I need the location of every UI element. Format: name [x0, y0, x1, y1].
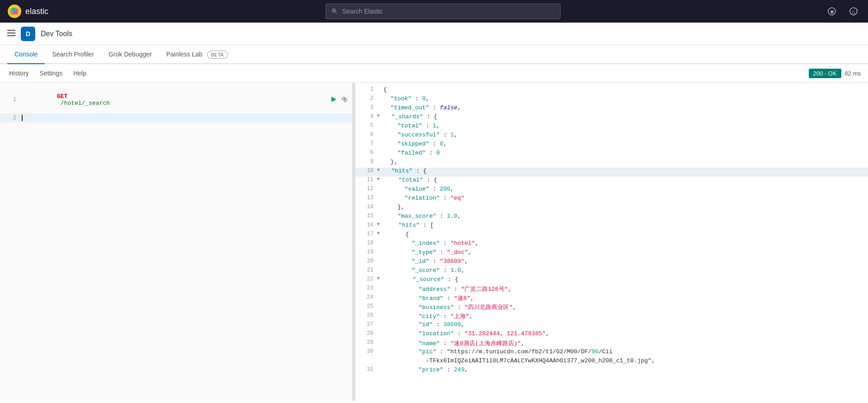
- user-avatar-icon[interactable]: △: [846, 4, 861, 19]
- svg-marker-12: [331, 97, 336, 102]
- collapse-arrow[interactable]: ▼: [377, 168, 383, 173]
- resp-code: "skipped" : 0,: [383, 141, 864, 147]
- resp-line-number: 7: [359, 141, 373, 147]
- resp-line-number: 11: [359, 177, 373, 183]
- resp-code: "location" : "31.282444, 121.479385",: [383, 330, 864, 337]
- collapse-arrow[interactable]: ▼: [377, 177, 383, 182]
- copy-button[interactable]: [340, 95, 349, 105]
- resp-code: "_source" : {: [384, 276, 864, 283]
- cursor: [22, 115, 23, 121]
- status-ok-badge: 200 - OK: [809, 69, 841, 78]
- response-line-8: 8 "failed" : 0: [355, 150, 868, 159]
- line-code-1[interactable]: GET /hotel/_search: [22, 86, 326, 113]
- response-line-9: 9 },: [355, 159, 868, 168]
- resp-line-number: 6: [359, 131, 373, 138]
- resp-code: "timed_out" : false,: [383, 104, 864, 111]
- breadcrumb-bar: D Dev Tools: [0, 23, 868, 45]
- tabs-bar: Console Search Profiler Grok Debugger Pa…: [0, 45, 868, 64]
- resp-code: "took" : 0,: [383, 95, 864, 102]
- resp-line-number: 28: [359, 330, 373, 337]
- svg-rect-10: [7, 33, 15, 33]
- resp-line-number: 19: [359, 249, 373, 255]
- search-bar-wrapper: 🔍 Search Elastic: [69, 4, 817, 19]
- resp-code: "_index" : "hotel",: [383, 240, 864, 247]
- resp-code: "hits" : [: [384, 222, 864, 229]
- response-line-26: 26 "city" : "上海",: [355, 312, 868, 321]
- response-content[interactable]: 1{2 "took" : 0,3 "timed_out" : false,4▼ …: [355, 83, 868, 401]
- resp-line-number: 27: [359, 321, 373, 328]
- help-button[interactable]: Help: [71, 68, 88, 79]
- beta-badge: BETA: [207, 51, 228, 59]
- collapse-arrow[interactable]: ▼: [377, 222, 383, 227]
- response-line-2: 2 "took" : 0,: [355, 95, 868, 104]
- response-line-20: 20 "_id" : "38609",: [355, 258, 868, 267]
- resp-line-number: 9: [359, 159, 373, 165]
- response-line-15: 15 "max_score" : 1.0,: [355, 213, 868, 222]
- toolbar: History Settings Help 200 - OK 82 ms: [0, 64, 868, 83]
- keyword-get: GET: [57, 93, 67, 100]
- response-line-24: 24 "brand" : "速8",: [355, 294, 868, 303]
- collapse-arrow[interactable]: ▼: [377, 231, 383, 236]
- response-line-25: 25 "business" : "四川北路商业区",: [355, 303, 868, 312]
- svg-rect-9: [7, 30, 15, 31]
- resp-line-number: 16: [359, 222, 373, 228]
- app-avatar: D: [21, 27, 35, 41]
- resp-line-number: 13: [359, 195, 373, 201]
- response-line-29: 29 "name" : "速8酒店(上海赤峰路店)",: [355, 339, 868, 348]
- history-button[interactable]: History: [7, 68, 31, 79]
- hamburger-button[interactable]: [7, 29, 15, 38]
- resp-line-number: 15: [359, 213, 373, 219]
- resp-code: {: [383, 86, 864, 93]
- resp-code: "_id" : "38609",: [383, 258, 864, 265]
- run-button[interactable]: [330, 95, 338, 105]
- response-line-18: 18 "_index" : "hotel",: [355, 240, 868, 249]
- response-line-17: 17▼ {: [355, 231, 868, 240]
- resp-line-number: 25: [359, 303, 373, 309]
- line-code-2[interactable]: [22, 115, 349, 122]
- response-line-7: 7 "skipped" : 0,: [355, 141, 868, 150]
- response-line-22: 22▼ "_source" : {: [355, 276, 868, 285]
- tab-search-profiler[interactable]: Search Profiler: [45, 45, 101, 64]
- main-area: 1 GET /hotel/_search 2: [0, 83, 868, 401]
- resp-code: "_type" : "_doc",: [383, 249, 864, 256]
- resp-line-number: 29: [359, 339, 373, 346]
- collapse-arrow[interactable]: ▼: [377, 276, 383, 281]
- response-line-23: 23 "address" : "广灵二路126号",: [355, 285, 868, 294]
- line-number-2: 2: [4, 115, 16, 121]
- notifications-icon[interactable]: ◉: [825, 4, 839, 19]
- resp-line-number: 20: [359, 258, 373, 264]
- resp-code: "_shards" : {: [384, 113, 864, 120]
- collapse-arrow[interactable]: ▼: [377, 113, 383, 118]
- status-badges: 200 - OK 82 ms: [809, 69, 861, 78]
- response-line-28: 28 "location" : "31.282444, 121.479385",: [355, 330, 868, 339]
- line-number-1: 1: [4, 97, 16, 103]
- resp-code: "successful" : 1,: [383, 131, 864, 138]
- resp-code: "_score" : 1.0,: [383, 267, 864, 274]
- response-line-32: 31 "price" : 249,: [355, 366, 868, 375]
- tab-console[interactable]: Console: [7, 45, 45, 64]
- response-line-14: 14 },: [355, 204, 868, 213]
- response-line-4: 4▼ "_shards" : {: [355, 113, 868, 122]
- tab-grok-debugger[interactable]: Grok Debugger: [101, 45, 159, 64]
- resp-code: "hits" : {: [384, 168, 864, 174]
- editor-content[interactable]: 1 GET /hotel/_search 2: [0, 83, 352, 401]
- resp-code: "brand" : "速8",: [383, 294, 864, 302]
- settings-button[interactable]: Settings: [38, 68, 65, 79]
- tab-painless-lab[interactable]: Painless Lab BETA: [159, 45, 235, 64]
- resp-code: "total" : {: [384, 177, 864, 183]
- response-line-27: 27 "id" : 38609,: [355, 321, 868, 330]
- editor-line-2: 2: [0, 113, 352, 122]
- elastic-logo[interactable]: elastic: [7, 4, 61, 19]
- resp-code: "pic" : "https://m.tuniucdn.com/fb2/t1/G…: [383, 348, 864, 355]
- resp-code: },: [383, 204, 864, 211]
- nav-icons: ◉ △: [825, 4, 861, 19]
- response-line-11: 11▼ "total" : {: [355, 177, 868, 186]
- resp-line-number: 14: [359, 204, 373, 210]
- response-line-5: 5 "total" : 1,: [355, 122, 868, 131]
- resp-code: "max_score" : 1.0,: [383, 213, 864, 220]
- top-nav: elastic 🔍 Search Elastic ◉ △: [0, 0, 868, 23]
- resp-line-number: 2: [359, 95, 373, 102]
- resp-code: },: [383, 159, 864, 165]
- search-bar[interactable]: 🔍 Search Elastic: [326, 4, 561, 19]
- svg-text:◉: ◉: [830, 9, 834, 14]
